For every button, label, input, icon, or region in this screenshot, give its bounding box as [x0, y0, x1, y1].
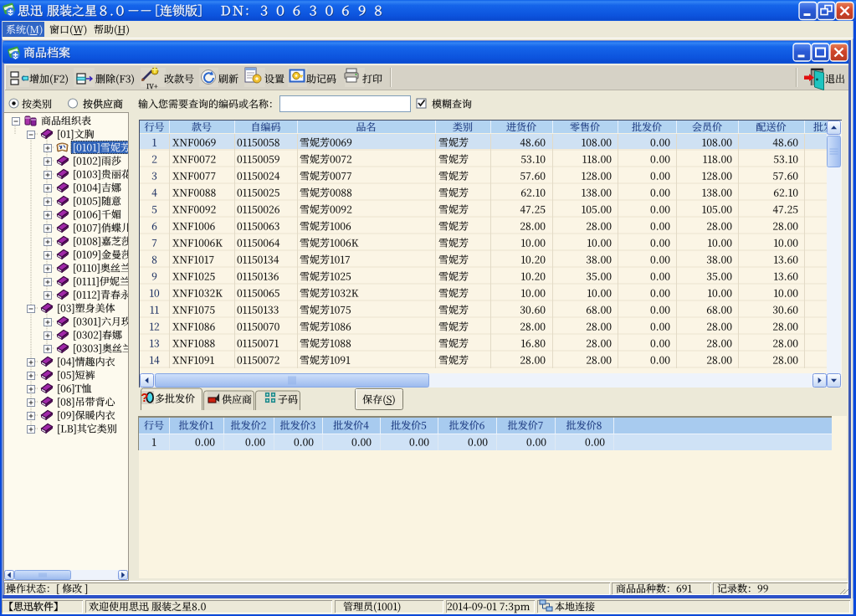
svg-text:?: ?	[141, 391, 149, 404]
